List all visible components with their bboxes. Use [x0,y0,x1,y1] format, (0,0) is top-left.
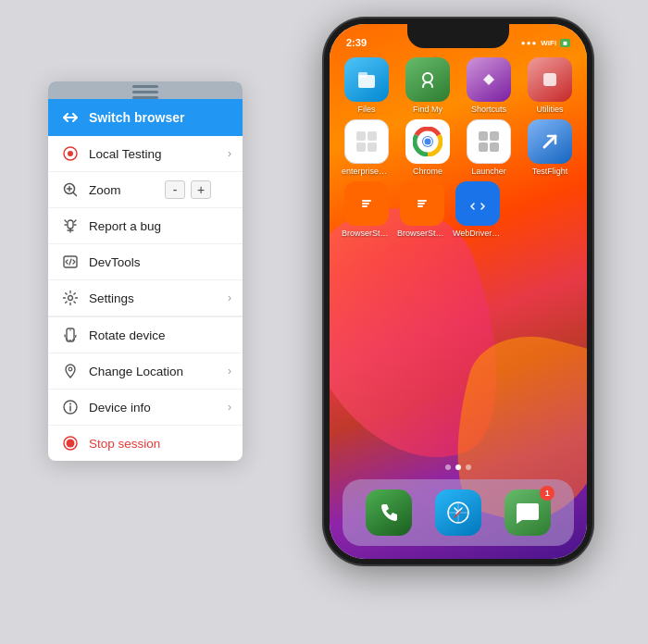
menu-item-stop-session[interactable]: Stop session [48,426,243,461]
svg-rect-29 [468,196,487,211]
devtools-label: DevTools [89,255,141,269]
browserstack2-label: BrowserStackLi... [397,229,447,238]
svg-rect-23 [479,131,488,141]
svg-point-13 [423,73,432,82]
svg-rect-15 [356,131,366,141]
svg-rect-16 [368,131,377,141]
menu-panel: Switch browser Local Testing › Zoom - + [48,81,243,461]
menu-item-devtools[interactable]: DevTools [48,244,243,280]
testflight-label: TestFlight [532,167,568,176]
menu-item-report-bug[interactable]: Report a bug [48,208,243,244]
settings-label: Settings [89,291,134,305]
app-row-2: enterpriseDummy [341,119,576,176]
menu-handle[interactable] [48,81,243,99]
menu-item-settings[interactable]: Settings › [48,280,243,316]
phone-container: 2:39 ●●● WiFi ■ [324,19,592,564]
messages-badge: 1 [540,486,555,501]
rotate-label: Rotate device [89,328,166,342]
svg-point-4 [69,296,73,301]
zoom-minus-btn[interactable]: - [165,180,185,199]
shortcuts-label: Shortcuts [471,105,506,114]
svg-point-22 [425,139,431,145]
stop-session-label: Stop session [89,437,160,451]
phone-notch [407,24,509,48]
svg-rect-14 [543,73,556,86]
svg-rect-17 [356,142,366,152]
zoom-icon [61,180,80,199]
dock: 1 [343,479,574,546]
dot-3 [466,464,471,470]
chrome-icon [405,119,450,164]
status-wifi: WiFi [541,39,556,47]
menu-item-zoom: Zoom - + [48,172,243,208]
shortcuts-icon [467,57,511,102]
device-info-icon [61,398,80,416]
settings-chevron: › [228,291,231,304]
files-icon [344,57,389,102]
browserstack-label: BrowserStack [342,229,392,238]
dot-1 [445,464,451,470]
menu-item-rotate[interactable]: Rotate device [48,317,243,353]
browserstack2-icon [400,181,444,226]
device-info-chevron: › [228,401,231,414]
switch-browser-item[interactable]: Switch browser [48,99,243,136]
svg-rect-26 [490,142,499,152]
dock-phone[interactable] [366,489,412,536]
dock-messages[interactable]: 1 [505,489,551,536]
stop-session-icon [61,434,80,452]
findmy-icon [405,57,450,102]
status-time: 2:39 [346,37,367,48]
chrome-label: Chrome [413,167,442,176]
utilities-icon [528,57,572,102]
browserstack-icon [344,181,389,226]
zoom-label: Zoom [89,183,121,197]
files-label: Files [357,105,375,114]
svg-rect-25 [479,142,488,152]
change-location-chevron: › [228,365,231,378]
report-bug-icon [61,217,80,235]
zoom-plus-btn[interactable]: + [191,180,211,199]
menu-item-device-info[interactable]: Device info › [48,390,243,426]
menu-item-local-testing[interactable]: Local Testing › [48,136,243,172]
utilities-label: Utilities [536,105,563,114]
findmy-label: Find My [413,105,442,114]
app-row-1: Files Find My [341,57,576,114]
app-grid: Files Find My [341,57,576,243]
report-bug-label: Report a bug [89,219,161,233]
app-chrome[interactable]: Chrome [402,119,454,176]
launcher-label: Launcher [471,167,506,176]
app-testflight[interactable]: TestFlight [524,119,576,176]
enterprise-icon [344,119,389,164]
enterprise-label: enterpriseDummy [342,167,392,176]
rotate-icon [61,326,80,344]
app-shortcuts[interactable]: Shortcuts [463,57,515,114]
zoom-controls: - + [165,180,211,199]
status-right: ●●● WiFi ■ [521,39,570,47]
app-row-3: BrowserStack BrowserStackLi... [341,181,576,238]
app-findmy[interactable]: Find My [402,57,454,114]
devtools-icon [61,253,80,271]
webdriver-icon [455,181,500,226]
app-webdriver[interactable]: WebDriverAgen... [452,181,504,238]
device-info-label: Device info [89,401,151,415]
switch-browser-icon [61,108,80,127]
app-files[interactable]: Files [341,57,393,114]
app-browserstack[interactable]: BrowserStack [341,181,393,238]
change-location-icon [61,362,80,380]
svg-point-6 [69,367,72,371]
app-launcher[interactable]: Launcher [463,119,515,176]
app-utilities[interactable]: Utilities [524,57,576,114]
menu-item-change-location[interactable]: Change Location › [48,353,243,390]
app-browserstack2[interactable]: BrowserStackLi... [396,181,448,238]
svg-point-8 [69,403,71,405]
app-enterprise[interactable]: enterpriseDummy [341,119,393,176]
phone-screen: 2:39 ●●● WiFi ■ [330,24,587,559]
svg-rect-12 [358,72,368,78]
launcher-icon [467,119,511,164]
dock-safari[interactable] [435,489,481,536]
testflight-icon [528,119,572,164]
svg-rect-24 [490,131,499,141]
svg-rect-18 [368,142,377,152]
page-dots [330,464,587,470]
local-testing-chevron: › [228,147,231,160]
